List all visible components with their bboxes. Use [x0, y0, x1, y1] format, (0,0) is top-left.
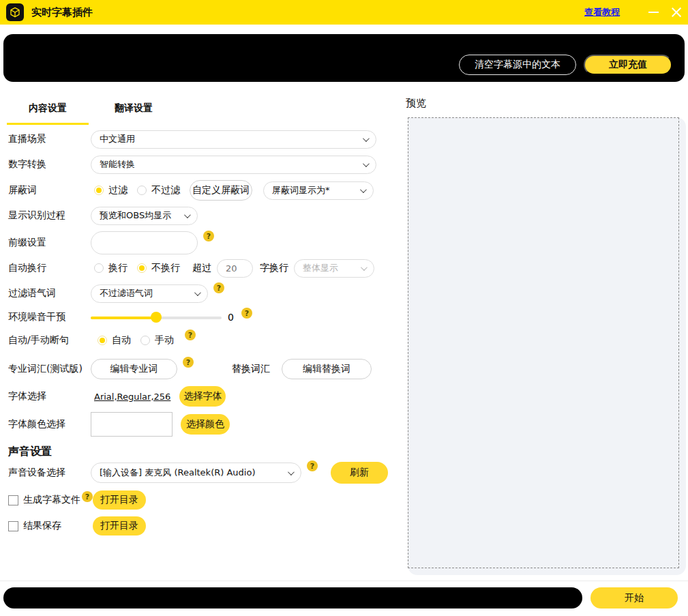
noise-help-icon[interactable]: ? — [241, 308, 252, 319]
display-mode-select[interactable]: 整体显示 — [294, 259, 374, 278]
radio-wrap-label[interactable]: 换行 — [108, 262, 128, 274]
chevron-down-icon — [363, 135, 370, 142]
row-prefix: 前缀设置 ? — [8, 229, 214, 256]
close-button[interactable] — [665, 0, 688, 25]
live-scene-select[interactable]: 中文通用 — [91, 130, 376, 149]
noise-slider[interactable] — [91, 312, 222, 323]
display-mode-value: 整体显示 — [303, 262, 338, 274]
row-live-scene: 直播场景 中文通用 — [8, 127, 376, 151]
row-sound-device: 声音设备选择 [输入设备] 麦克风 (Realtek(R) Audio) ? 刷… — [8, 460, 388, 485]
preview-area — [408, 117, 679, 568]
radio-wrap[interactable] — [94, 263, 104, 273]
filler-words-value: 不过滤语气词 — [100, 287, 153, 299]
sound-device-help-icon[interactable]: ? — [307, 460, 318, 471]
live-scene-value: 中文通用 — [100, 133, 135, 145]
over-label: 超过 — [192, 262, 211, 274]
prefix-input[interactable] — [91, 231, 198, 254]
sound-settings-heading: 声音设置 — [8, 445, 52, 459]
subtitle-file-checkbox[interactable] — [8, 495, 18, 505]
chevron-down-icon — [361, 264, 368, 271]
number-convert-select[interactable]: 智能转换 — [91, 156, 376, 174]
slider-fill — [91, 317, 156, 319]
subtitle-file-label[interactable]: 生成字幕文件 — [23, 494, 80, 506]
custom-blocked-words-button[interactable]: 自定义屏蔽词 — [190, 180, 252, 201]
minimize-button[interactable] — [642, 0, 665, 25]
noise-label: 环境噪音干预 — [8, 311, 91, 323]
chevron-down-icon — [363, 160, 370, 167]
subtitle-file-help-icon[interactable]: ? — [82, 491, 93, 502]
replace-vocab-label: 替换词汇 — [232, 363, 270, 375]
pro-vocab-help-icon[interactable]: ? — [183, 357, 194, 368]
radio-no-wrap[interactable] — [137, 263, 147, 273]
filler-words-help-icon[interactable]: ? — [213, 282, 224, 293]
row-auto-wrap: 自动换行 换行 不换行 超过 字换行 整体显示 — [8, 256, 374, 280]
prefix-label: 前缀设置 — [8, 237, 91, 249]
row-recognition-display: 显示识别过程 预览和OBS均显示 — [8, 203, 198, 228]
noise-value: 0 — [228, 312, 234, 323]
row-font-select: 字体选择 Arial,Regular,256 选择字体 — [8, 384, 226, 409]
radio-manual-label[interactable]: 手动 — [155, 334, 174, 347]
radio-no-filter-label[interactable]: 不过滤 — [151, 184, 180, 196]
minimize-icon — [648, 12, 659, 13]
row-sentence-break: 自动/手动断句 自动 手动 ? — [8, 328, 196, 353]
footer-divider — [0, 581, 688, 581]
radio-manual[interactable] — [140, 336, 150, 345]
prefix-input-field[interactable] — [100, 238, 189, 248]
result-save-checkbox[interactable] — [8, 521, 18, 531]
radio-filter[interactable] — [94, 186, 104, 195]
chevron-down-icon — [360, 186, 367, 193]
recognition-display-label: 显示识别过程 — [8, 209, 91, 222]
number-convert-label: 数字转换 — [8, 158, 91, 171]
view-tutorial-link[interactable]: 查看教程 — [584, 6, 620, 18]
row-number-convert: 数字转换 智能转换 — [8, 152, 376, 177]
start-button[interactable]: 开始 — [590, 587, 678, 608]
radio-auto[interactable] — [98, 336, 107, 345]
open-subtitle-dir-button[interactable]: 打开目录 — [93, 490, 146, 510]
blocked-words-label: 屏蔽词 — [8, 184, 91, 196]
wrap-count-field[interactable] — [226, 263, 244, 274]
radio-no-wrap-label[interactable]: 不换行 — [151, 262, 180, 274]
current-font-link[interactable]: Arial,Regular,256 — [94, 392, 170, 402]
wrap-count-input[interactable] — [217, 259, 253, 278]
font-color-input[interactable] — [91, 412, 173, 437]
pro-vocab-label: 专业词汇(测试版) — [8, 363, 91, 375]
wrap-suffix-label: 字换行 — [260, 262, 288, 274]
close-icon — [671, 7, 682, 18]
slider-thumb[interactable] — [151, 312, 162, 323]
row-result-save: 结果保存 打开目录 — [8, 514, 61, 538]
font-select-label: 字体选择 — [8, 390, 91, 402]
tab-translate-settings[interactable]: 翻译设置 — [93, 97, 175, 125]
preview-panel — [408, 117, 686, 575]
auto-wrap-label: 自动换行 — [8, 262, 91, 274]
prefix-help-icon[interactable]: ? — [203, 231, 214, 241]
title-bar: 实时字幕插件 查看教程 — [0, 0, 688, 25]
sound-device-select[interactable]: [输入设备] 麦克风 (Realtek(R) Audio) — [91, 463, 301, 483]
sentence-break-label: 自动/手动断句 — [8, 334, 91, 347]
font-color-field[interactable] — [91, 413, 172, 436]
blocked-words-display-value: 屏蔽词显示为* — [272, 184, 330, 196]
blocked-words-display-select[interactable]: 屏蔽词显示为* — [263, 181, 374, 200]
cube-icon — [10, 7, 20, 18]
open-result-dir-button[interactable]: 打开目录 — [93, 516, 146, 536]
radio-auto-label[interactable]: 自动 — [112, 334, 131, 347]
filler-words-select[interactable]: 不过滤语气词 — [91, 284, 208, 303]
app-title: 实时字幕插件 — [31, 6, 93, 19]
row-filler-words: 过滤语气词 不过滤语气词 ? — [8, 281, 224, 306]
radio-no-filter[interactable] — [137, 186, 147, 195]
settings-tabs: 内容设置 翻译设置 — [7, 97, 175, 125]
edit-replace-vocab-button[interactable]: 编辑替换词 — [282, 359, 372, 379]
refresh-button[interactable]: 刷新 — [331, 462, 388, 484]
app-logo — [6, 3, 24, 21]
sentence-break-help-icon[interactable]: ? — [185, 329, 196, 340]
result-save-label[interactable]: 结果保存 — [23, 520, 61, 532]
radio-filter-label[interactable]: 过滤 — [108, 184, 128, 196]
edit-pro-vocab-button[interactable]: 编辑专业词 — [91, 359, 177, 379]
sound-device-value: [输入设备] 麦克风 (Realtek(R) Audio) — [100, 467, 255, 479]
choose-color-button[interactable]: 选择颜色 — [181, 414, 230, 435]
recognition-display-select[interactable]: 预览和OBS均显示 — [91, 207, 198, 225]
app-window: 实时字幕插件 查看教程 清空字幕源中的文本 立即充值 内容设置 翻译设置 直播场… — [0, 0, 688, 616]
clear-subtitle-source-button[interactable]: 清空字幕源中的文本 — [459, 55, 576, 75]
tab-content-settings[interactable]: 内容设置 — [7, 97, 89, 125]
recharge-button[interactable]: 立即充值 — [584, 55, 672, 75]
choose-font-button[interactable]: 选择字体 — [179, 386, 226, 407]
